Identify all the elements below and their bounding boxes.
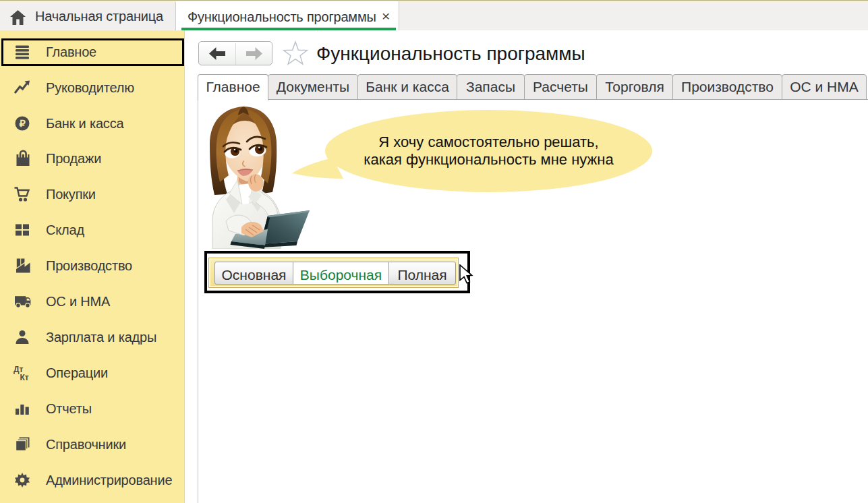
svg-text:Кт: Кт [20, 373, 29, 382]
svg-text:₽: ₽ [19, 118, 26, 129]
